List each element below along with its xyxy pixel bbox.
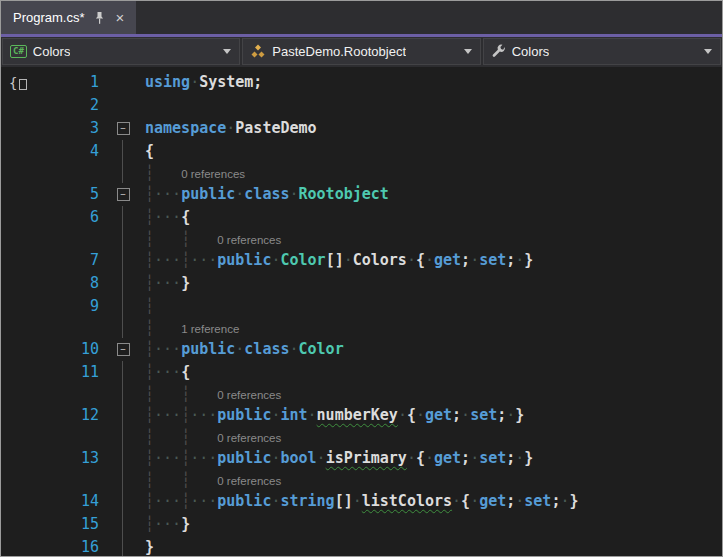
token-keyword: public	[217, 449, 271, 467]
token-text: ;	[506, 492, 515, 510]
whitespace-dots: ·	[190, 73, 199, 91]
indent-guide: ┆	[145, 385, 154, 403]
code-line[interactable]: ┆···{	[133, 361, 722, 384]
code-line[interactable]: namespace·PasteDemo	[133, 117, 722, 140]
codelens-row: ┆ 1 reference	[1, 318, 722, 338]
line-number: 14	[35, 490, 113, 513]
code-line[interactable]: ┆···public·class·Rootobject	[133, 183, 722, 206]
token-text: System;	[199, 73, 262, 91]
line-number: 2	[35, 94, 113, 117]
token-keyword: get	[425, 406, 452, 424]
indent-guide: ┆	[145, 230, 154, 248]
indent-guide: ┆	[145, 297, 154, 315]
token-type: Color	[299, 340, 344, 358]
fold-margin: −	[113, 117, 133, 140]
whitespace-dots: ···	[154, 492, 181, 510]
code-line[interactable]: using·System;	[133, 71, 722, 94]
whitespace-dots: ·	[290, 185, 299, 203]
line-number: 12	[35, 404, 113, 427]
project-dropdown[interactable]: C# Colors	[2, 38, 240, 65]
spacer	[190, 230, 217, 248]
whitespace-dots: ·	[290, 340, 299, 358]
token-text: {	[461, 492, 470, 510]
indent-guide: ┆	[145, 251, 154, 269]
token-text: }	[515, 406, 524, 424]
pin-icon[interactable]	[94, 11, 105, 25]
token-text: {	[407, 406, 416, 424]
codelens-text[interactable]: ┆ ┆ 0 references	[133, 229, 722, 249]
indent-guide: ┆	[181, 385, 190, 403]
code-line[interactable]: {	[133, 140, 722, 163]
token-text: []	[326, 251, 344, 269]
whitespace-dots: ·	[425, 449, 434, 467]
spacer	[154, 385, 181, 403]
whitespace-dots: ·	[515, 251, 524, 269]
spacer	[154, 319, 181, 337]
code-line[interactable]: ┆···┆···public·bool·isPrimary·{·get;·set…	[133, 447, 722, 470]
token-text: ;	[497, 406, 506, 424]
code-line[interactable]: ┆	[133, 295, 722, 318]
tab-program-cs[interactable]: Program.cs* ×	[1, 1, 136, 34]
codelens-link[interactable]: 1 reference	[181, 323, 239, 335]
codelens-text[interactable]: ┆ ┆ 0 references	[133, 427, 722, 447]
code-editor[interactable]: { 1using·System;23−namespace·PasteDemo4{…	[1, 67, 722, 556]
member-dropdown-label: Colors	[512, 44, 550, 59]
codelens-text[interactable]: ┆ 1 reference	[133, 318, 722, 338]
token-keyword: get	[479, 492, 506, 510]
token-text: Colors	[353, 251, 407, 269]
code-line[interactable]: ┆···}	[133, 513, 722, 536]
spacer	[190, 428, 217, 446]
close-icon[interactable]: ×	[114, 10, 127, 25]
code-line[interactable]	[133, 94, 722, 117]
indent-guide: ┆	[181, 251, 190, 269]
code-line[interactable]: ┆···public·class·Color	[133, 338, 722, 361]
indent-guide: ┆	[145, 185, 154, 203]
member-dropdown[interactable]: Colors	[483, 38, 721, 65]
indent-guide: ┆	[181, 492, 190, 510]
indent-guide: ┆	[145, 340, 154, 358]
codelens-link[interactable]: 0 references	[217, 432, 281, 444]
tab-title: Program.cs*	[13, 10, 85, 25]
navigation-bar: C# Colors PasteDemo.Rootobject Colors	[1, 37, 722, 67]
codelens-link[interactable]: 0 references	[217, 389, 281, 401]
spacer	[154, 471, 181, 489]
code-row: 5−┆···public·class·Rootobject	[1, 183, 722, 206]
line-number	[35, 163, 113, 183]
line-number: 1	[35, 71, 113, 94]
type-dropdown[interactable]: PasteDemo.Rootobject	[242, 38, 480, 65]
code-line[interactable]: ┆···┆···public·Color[]·Colors·{·get;·set…	[133, 249, 722, 272]
whitespace-dots: ···	[154, 185, 181, 203]
codelens-link[interactable]: 0 references	[181, 168, 245, 180]
whitespace-dots: ···	[154, 363, 181, 381]
line-number: 15	[35, 513, 113, 536]
code-row: 1using·System;	[1, 71, 722, 94]
codelens-text[interactable]: ┆ 0 references	[133, 163, 722, 183]
token-text: {	[181, 208, 190, 226]
line-number: 7	[35, 249, 113, 272]
token-keyword: public	[217, 492, 271, 510]
codelens-text[interactable]: ┆ ┆ 0 references	[133, 384, 722, 404]
code-row: 6┆···{	[1, 206, 722, 229]
fold-toggle-icon[interactable]: −	[117, 343, 130, 356]
token-text: }	[569, 492, 578, 510]
whitespace-dots: ·	[317, 449, 326, 467]
code-line[interactable]: ┆···┆···public·string[]·listColors·{·get…	[133, 490, 722, 513]
code-line[interactable]: ┆···}	[133, 272, 722, 295]
code-row: 10−┆···public·class·Color	[1, 338, 722, 361]
codelens-link[interactable]: 0 references	[217, 475, 281, 487]
code-row: 15┆···}	[1, 513, 722, 536]
fold-toggle-icon[interactable]: −	[117, 188, 130, 201]
token-keyword: bool	[280, 449, 316, 467]
codelens-link[interactable]: 0 references	[217, 234, 281, 246]
code-line[interactable]: ┆···┆···public·int·numberKey·{·get;·set;…	[133, 404, 722, 427]
chevron-down-icon	[223, 49, 231, 54]
code-line[interactable]: ┆···{	[133, 206, 722, 229]
line-number: 6	[35, 206, 113, 229]
whitespace-dots: ·	[470, 251, 479, 269]
token-keyword: public	[181, 185, 235, 203]
code-line[interactable]: }	[133, 536, 722, 556]
fold-toggle-icon[interactable]: −	[117, 122, 130, 135]
codelens-text[interactable]: ┆ ┆ 0 references	[133, 470, 722, 490]
indent-guide: ┆	[145, 428, 154, 446]
spacer	[190, 471, 217, 489]
